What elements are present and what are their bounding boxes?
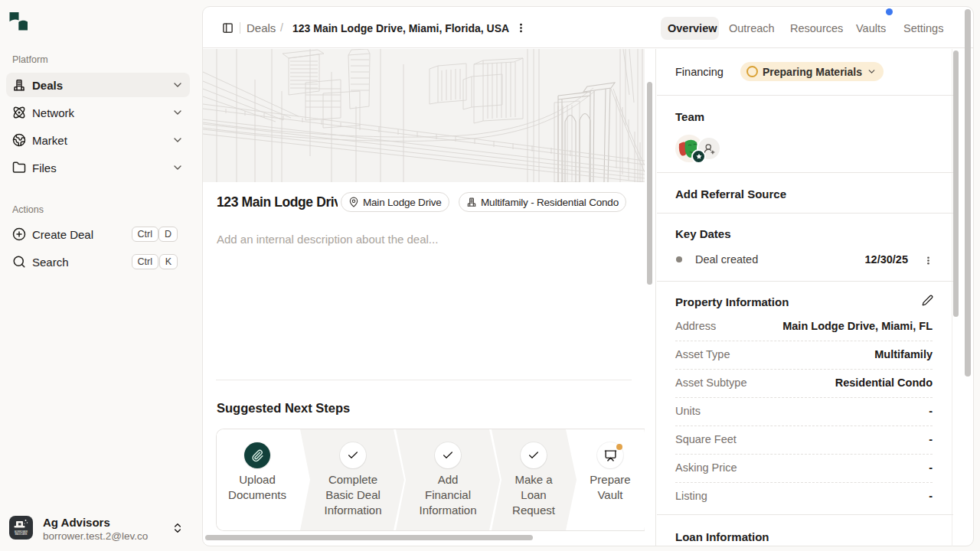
svg-text:MAGICIANS: MAGICIANS	[15, 533, 27, 536]
